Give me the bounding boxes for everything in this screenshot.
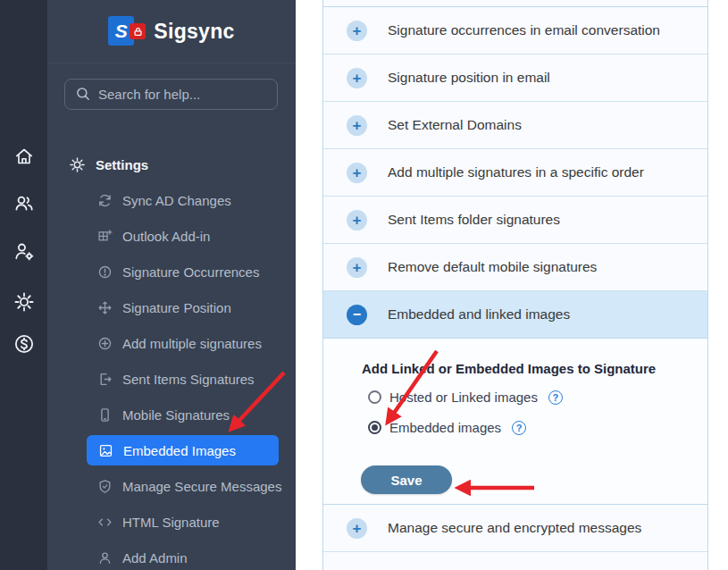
accordion-label: Signature occurrences in email conversat… (388, 22, 660, 38)
accordion-label: Manage secure and encrypted messages (388, 520, 641, 536)
menu-item-sync-ad-changes[interactable]: Sync AD Changes (47, 182, 296, 218)
menu-item-signature-position[interactable]: Signature Position (47, 289, 296, 325)
radio-label: Embedded images (389, 420, 501, 435)
menu-label: Embedded Images (123, 443, 236, 458)
alert-circle-icon (96, 264, 113, 280)
accordion-row-partial (323, 552, 707, 561)
app-window: S Sigsync Settings (0, 0, 728, 570)
sent-items-icon (96, 371, 113, 387)
sigsync-logo-icon: S (108, 15, 146, 47)
radio-hosted-linked-images[interactable]: Hosted or Linked images ? (368, 390, 563, 405)
accordion-label: Sent Items folder signatures (388, 212, 560, 228)
move-icon (96, 299, 113, 315)
menu-label: Signature Position (122, 300, 231, 315)
gear-icon[interactable] (13, 290, 36, 314)
icon-rail (0, 0, 47, 570)
accordion-row-remove-default-mobile[interactable]: + Remove default mobile signatures (323, 244, 707, 291)
menu-label: Add multiple signatures (122, 336, 262, 351)
menu-item-sent-items-signatures[interactable]: Sent Items Signatures (47, 361, 296, 397)
accordion-label: Add multiple signatures in a specific or… (388, 164, 644, 180)
search-input[interactable] (64, 79, 278, 110)
brand-name: Sigsync (154, 20, 234, 44)
menu-item-html-signature[interactable]: HTML Signature (47, 504, 296, 540)
gear-icon (68, 156, 86, 172)
expand-plus-icon[interactable]: + (347, 210, 367, 231)
code-icon (96, 514, 113, 530)
expand-plus-icon[interactable]: + (347, 68, 367, 88)
accordion-label: Set External Domains (388, 117, 522, 133)
accordion-row-add-multiple-signatures[interactable]: + Add multiple signatures in a specific … (323, 149, 707, 197)
logo-lock-icon (130, 23, 146, 39)
radio-unchecked-icon[interactable] (368, 390, 381, 404)
user-settings-icon[interactable] (13, 239, 36, 263)
menu-label: Sent Items Signatures (122, 372, 255, 387)
menu-item-add-admin[interactable]: Add Admin (47, 540, 296, 570)
users-icon[interactable] (13, 191, 36, 214)
sidebar: S Sigsync Settings (47, 0, 296, 570)
menu-label: Sync AD Changes (122, 193, 231, 208)
expand-plus-icon[interactable]: + (347, 21, 367, 41)
accordion-row-manage-secure-messages[interactable]: + Manage secure and encrypted messages (323, 505, 707, 552)
menu-item-outlook-addin[interactable]: Outlook Add-in (47, 218, 296, 254)
menu-item-signature-occurrences[interactable]: Signature Occurrences (47, 254, 296, 289)
home-icon[interactable] (13, 145, 36, 168)
menu-item-embedded-images[interactable]: Embedded Images (47, 432, 296, 468)
brand-header: S Sigsync (47, 0, 296, 63)
settings-menu: Settings Sync AD Changes Outlook Add-in … (47, 147, 296, 570)
radio-checked-icon[interactable] (368, 421, 381, 434)
radio-label: Hosted or Linked images (389, 390, 538, 405)
help-icon[interactable]: ? (548, 390, 563, 405)
menu-label: HTML Signature (122, 515, 220, 530)
expand-plus-icon[interactable]: + (347, 257, 367, 278)
addin-grid-icon (96, 228, 113, 244)
menu-item-mobile-signatures[interactable]: Mobile Signatures (47, 397, 296, 432)
user-icon (96, 549, 113, 566)
accordion-label: Signature position in email (388, 70, 550, 86)
accordion-row-signature-position[interactable]: + Signature position in email (323, 54, 707, 102)
plus-circle-icon (96, 335, 113, 351)
accordion-row-sent-items-folder[interactable]: + Sent Items folder signatures (323, 197, 707, 244)
menu-label: Settings (96, 157, 148, 172)
menu-item-manage-secure-messages[interactable]: Manage Secure Messages (47, 468, 296, 504)
billing-dollar-icon[interactable] (13, 332, 36, 356)
expand-plus-icon[interactable]: + (347, 518, 367, 539)
menu-label: Mobile Signatures (122, 407, 230, 423)
help-icon[interactable]: ? (512, 421, 526, 435)
menu-label: Manage Secure Messages (122, 479, 281, 494)
accordion-row-signature-occurrences[interactable]: + Signature occurrences in email convers… (323, 7, 707, 54)
accordion-row-set-external-domains[interactable]: + Set External Domains (323, 102, 707, 149)
image-icon (97, 442, 113, 458)
menu-label: Add Admin (122, 550, 188, 566)
active-menu-pill: Embedded Images (87, 435, 279, 465)
panel-heading: Add Linked or Embedded Images to Signatu… (362, 361, 656, 376)
embedded-images-panel: Add Linked or Embedded Images to Signatu… (323, 339, 707, 505)
settings-accordion-panel: + Signature occurrences in email convers… (322, 0, 708, 570)
menu-label: Outlook Add-in (122, 229, 210, 244)
accordion-label: Remove default mobile signatures (388, 259, 597, 275)
menu-item-settings[interactable]: Settings (47, 147, 296, 182)
collapse-minus-icon[interactable]: − (347, 305, 367, 325)
sync-icon (96, 192, 113, 208)
expand-plus-icon[interactable]: + (347, 163, 367, 183)
expand-plus-icon[interactable]: + (347, 115, 367, 136)
accordion-row-embedded-linked-images[interactable]: − Embedded and linked images (323, 291, 707, 339)
shield-check-icon (96, 478, 113, 494)
search-icon (75, 86, 91, 102)
accordion-row-partial (323, 0, 707, 7)
mobile-icon (96, 407, 113, 423)
radio-embedded-images[interactable]: Embedded images ? (368, 420, 526, 435)
save-button[interactable]: Save (361, 465, 452, 494)
help-search (64, 79, 278, 110)
menu-label: Signature Occurrences (122, 264, 259, 280)
accordion-label: Embedded and linked images (388, 306, 570, 323)
menu-item-add-multiple-signatures[interactable]: Add multiple signatures (47, 325, 296, 361)
